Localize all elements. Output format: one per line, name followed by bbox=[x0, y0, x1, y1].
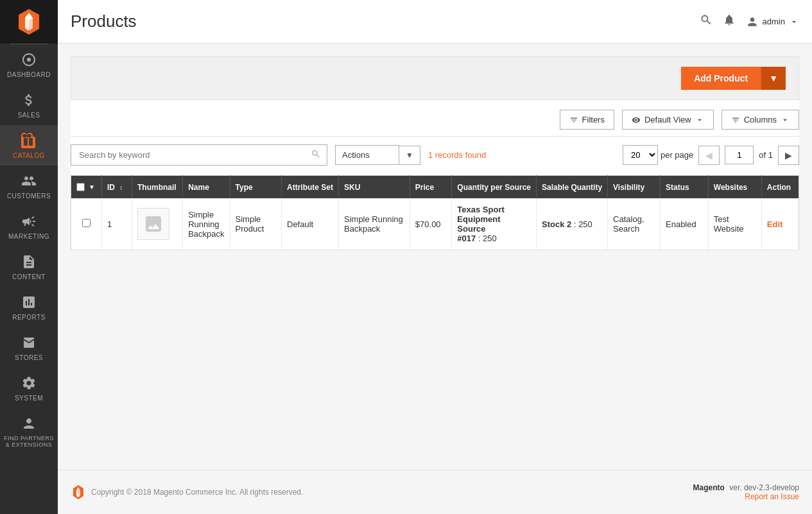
product-thumbnail bbox=[137, 208, 169, 240]
th-sku: SKU bbox=[339, 176, 410, 199]
row-thumbnail bbox=[132, 198, 182, 250]
row-qty-per-source: Texas Sport Equipment Source #017 : 250 bbox=[452, 198, 537, 250]
admin-username: admin bbox=[763, 17, 785, 26]
default-view-button[interactable]: Default View bbox=[622, 110, 714, 130]
add-product-button[interactable]: Add Product bbox=[681, 67, 761, 90]
sidebar: DASHBOARD SALES CATALOG CUSTOMERS MARKET… bbox=[0, 0, 58, 514]
row-checkbox[interactable] bbox=[82, 219, 91, 227]
content-area: Add Product ▼ Filters Default View Colum… bbox=[58, 44, 812, 470]
per-page-label: per page bbox=[661, 150, 693, 160]
row-id: 1 bbox=[101, 198, 132, 250]
row-sku: Simple Running Backpack bbox=[339, 198, 410, 250]
th-visibility: Visibility bbox=[608, 176, 661, 199]
row-action: Edit bbox=[761, 198, 799, 250]
sales-icon bbox=[20, 91, 38, 109]
find-partners-icon bbox=[20, 415, 38, 433]
sidebar-item-catalog[interactable]: CATALOG bbox=[0, 125, 58, 166]
per-page-select[interactable]: 20 30 50 bbox=[623, 145, 658, 165]
sidebar-item-customers-label: CUSTOMERS bbox=[7, 193, 51, 200]
page-input[interactable] bbox=[725, 146, 754, 164]
row-salable-qty: Stock 2 : 250 bbox=[537, 198, 608, 250]
records-count: 1 bbox=[428, 150, 433, 160]
th-attribute: Attribute Set bbox=[282, 176, 339, 199]
admin-user[interactable]: admin bbox=[746, 15, 799, 28]
footer-version-value: ver. dev-2.3-develop bbox=[729, 483, 799, 492]
sidebar-item-marketing-label: MARKETING bbox=[8, 233, 49, 240]
search-icon[interactable] bbox=[700, 13, 713, 30]
th-status: Status bbox=[661, 176, 709, 199]
footer-right: Magento ver. dev-2.3-develop Report an I… bbox=[693, 483, 799, 501]
sidebar-item-stores[interactable]: STORES bbox=[0, 327, 58, 368]
row-visibility: Catalog, Search bbox=[608, 198, 661, 250]
sidebar-item-system-label: SYSTEM bbox=[15, 395, 43, 402]
sidebar-item-sales[interactable]: SALES bbox=[0, 85, 58, 125]
catalog-icon bbox=[20, 132, 38, 150]
footer-left: Copyright © 2018 Magento Commerce Inc. A… bbox=[71, 484, 303, 500]
pagination: 20 30 50 per page ◀ of 1 ▶ bbox=[623, 145, 799, 165]
sidebar-item-sales-label: SALES bbox=[18, 112, 40, 119]
sidebar-item-marketing[interactable]: MARKETING bbox=[0, 206, 58, 246]
checkbox-dropdown-button[interactable]: ▼ bbox=[87, 182, 96, 192]
search-icon-input bbox=[311, 149, 321, 162]
sidebar-item-find-partners[interactable]: FIND PARTNERS & EXTENSIONS bbox=[0, 408, 58, 454]
th-name: Name bbox=[183, 176, 230, 199]
th-id[interactable]: ID ↕ bbox=[101, 176, 132, 199]
sidebar-item-reports-label: REPORTS bbox=[12, 314, 46, 321]
th-action: Action bbox=[761, 176, 799, 199]
grid-top-bar: Filters Default View Columns bbox=[71, 110, 799, 137]
dashboard-icon bbox=[20, 51, 38, 69]
row-name: Simple Running Backpack bbox=[183, 198, 230, 250]
sidebar-item-dashboard[interactable]: DASHBOARD bbox=[0, 44, 58, 85]
notification-icon[interactable] bbox=[723, 13, 736, 30]
sidebar-item-dashboard-label: DASHBOARD bbox=[7, 71, 51, 78]
th-checkbox: ▼ bbox=[71, 176, 102, 199]
customers-icon bbox=[20, 172, 38, 190]
sidebar-item-find-partners-label: FIND PARTNERS & EXTENSIONS bbox=[3, 435, 55, 448]
id-sort-icon: ↕ bbox=[119, 184, 123, 191]
sidebar-item-content[interactable]: CONTENT bbox=[0, 246, 58, 287]
row-type: Simple Product bbox=[230, 198, 281, 250]
row-websites: Test Website bbox=[708, 198, 761, 250]
footer-version-label: Magento bbox=[693, 483, 725, 492]
sidebar-item-reports[interactable]: REPORTS bbox=[0, 287, 58, 327]
row-checkbox-cell bbox=[71, 198, 102, 250]
th-type: Type bbox=[230, 176, 281, 199]
table-row: 1 Simple Running Backpack Simple Product… bbox=[71, 198, 799, 250]
records-found: 1 records found bbox=[428, 150, 486, 160]
edit-link[interactable]: Edit bbox=[767, 219, 783, 229]
filters-button[interactable]: Filters bbox=[560, 110, 614, 130]
sidebar-item-catalog-label: CATALOG bbox=[13, 152, 45, 159]
search-wrap bbox=[71, 144, 327, 166]
th-websites: Websites bbox=[708, 176, 761, 199]
report-issue-link[interactable]: Report an Issue bbox=[693, 492, 799, 501]
svg-point-4 bbox=[27, 58, 31, 62]
columns-button[interactable]: Columns bbox=[721, 110, 799, 130]
page-header: Products admin bbox=[58, 0, 812, 44]
row-price: $70.00 bbox=[410, 198, 452, 250]
page-footer: Copyright © 2018 Magento Commerce Inc. A… bbox=[58, 470, 812, 514]
table-body: 1 Simple Running Backpack Simple Product… bbox=[71, 198, 799, 250]
bottom-bar: Actions ▼ 1 records found 20 30 50 bbox=[71, 144, 799, 166]
row-status: Enabled bbox=[661, 198, 709, 250]
sidebar-item-content-label: CONTENT bbox=[12, 273, 46, 280]
grid-controls: Filters Default View Columns bbox=[71, 100, 799, 175]
th-qty: Quantity per Source bbox=[452, 176, 537, 199]
search-input[interactable] bbox=[71, 144, 327, 166]
system-icon bbox=[20, 374, 38, 392]
reports-icon bbox=[20, 293, 38, 311]
actions-select[interactable]: Actions bbox=[335, 145, 399, 165]
actions-dropdown-button[interactable]: ▼ bbox=[399, 146, 420, 165]
page-of-label: of 1 bbox=[759, 150, 773, 160]
next-page-button[interactable]: ▶ bbox=[778, 146, 799, 165]
stores-icon bbox=[20, 334, 38, 352]
sidebar-logo bbox=[0, 0, 58, 44]
th-thumbnail: Thumbnail bbox=[132, 176, 182, 199]
sidebar-item-customers[interactable]: CUSTOMERS bbox=[0, 166, 58, 206]
select-all-checkbox[interactable] bbox=[76, 183, 85, 191]
columns-label: Columns bbox=[744, 115, 777, 124]
sidebar-item-stores-label: STORES bbox=[15, 354, 43, 361]
prev-page-button[interactable]: ◀ bbox=[698, 146, 720, 165]
sidebar-item-system[interactable]: SYSTEM bbox=[0, 368, 58, 408]
products-table: ▼ ID ↕ Thumbnail Name Type bbox=[71, 175, 799, 250]
add-product-split-button[interactable]: ▼ bbox=[761, 67, 786, 90]
